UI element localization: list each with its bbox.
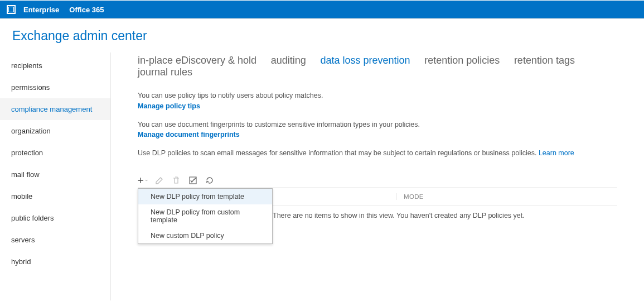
new-dropdown-menu: New DLP policy from template New DLP pol…: [138, 188, 273, 244]
menu-item-new-custom-policy[interactable]: New custom DLP policy: [138, 228, 272, 243]
sidebar-item-protection[interactable]: protection: [0, 142, 110, 164]
sidebar-item-permissions[interactable]: permissions: [0, 77, 110, 98]
tab-data-loss-prevention[interactable]: data loss prevention: [320, 55, 410, 66]
dlp-table: NAME MODE There are no items to show in …: [138, 188, 617, 206]
sidebar-item-recipients[interactable]: recipients: [0, 55, 110, 77]
sidebar-item-hybrid[interactable]: hybrid: [0, 251, 110, 273]
info-line-1: You can use policy tips to notify users …: [138, 90, 617, 101]
tab-ediscovery[interactable]: in-place eDiscovery & hold: [138, 55, 256, 66]
toolbar: [138, 175, 617, 185]
sidebar-item-servers[interactable]: servers: [0, 229, 110, 251]
top-nav-office365[interactable]: Office 365: [69, 6, 104, 14]
sidebar-item-compliance-management[interactable]: compliance management: [0, 98, 110, 120]
new-button[interactable]: [138, 175, 148, 185]
top-nav-enterprise[interactable]: Enterprise: [23, 6, 59, 14]
delete-button[interactable]: [171, 175, 181, 185]
sidebar-item-mail-flow[interactable]: mail flow: [0, 164, 110, 185]
sidebar-item-organization[interactable]: organization: [0, 120, 110, 142]
menu-item-new-from-custom-template[interactable]: New DLP policy from custom template: [138, 204, 272, 228]
info-block: You can use policy tips to notify users …: [138, 90, 617, 159]
office-logo: [7, 5, 16, 14]
toggle-button[interactable]: [188, 175, 198, 185]
menu-item-new-from-template[interactable]: New DLP policy from template: [138, 189, 272, 204]
tab-auditing[interactable]: auditing: [271, 55, 306, 66]
sidebar-item-public-folders[interactable]: public folders: [0, 207, 110, 229]
tab-retention-tags[interactable]: retention tags: [514, 55, 575, 66]
left-nav: recipients permissions compliance manage…: [0, 52, 111, 300]
main-content: in-place eDiscovery & hold auditing data…: [111, 52, 644, 300]
edit-button[interactable]: [154, 175, 164, 185]
tabs-row: in-place eDiscovery & hold auditing data…: [138, 52, 617, 90]
global-header: Enterprise Office 365: [0, 0, 644, 18]
table-empty-message: There are no items to show in this view.…: [266, 209, 525, 219]
info-line-2: You can use document fingerprints to cus…: [138, 120, 617, 130]
link-manage-policy-tips[interactable]: Manage policy tips: [138, 102, 200, 110]
link-manage-document-fingerprints[interactable]: Manage document fingerprints: [138, 131, 240, 138]
column-header-mode[interactable]: MODE: [396, 193, 519, 200]
link-learn-more[interactable]: Learn more: [539, 149, 574, 157]
tab-retention-policies[interactable]: retention policies: [424, 55, 500, 66]
info-line-3: Use DLP policies to scan email messages …: [138, 149, 539, 157]
tab-journal-rules[interactable]: journal rules: [138, 66, 192, 78]
refresh-button[interactable]: [205, 175, 215, 185]
sidebar-item-mobile[interactable]: mobile: [0, 185, 110, 207]
app-title: Exchange admin center: [0, 18, 644, 52]
svg-rect-2: [9, 7, 13, 12]
